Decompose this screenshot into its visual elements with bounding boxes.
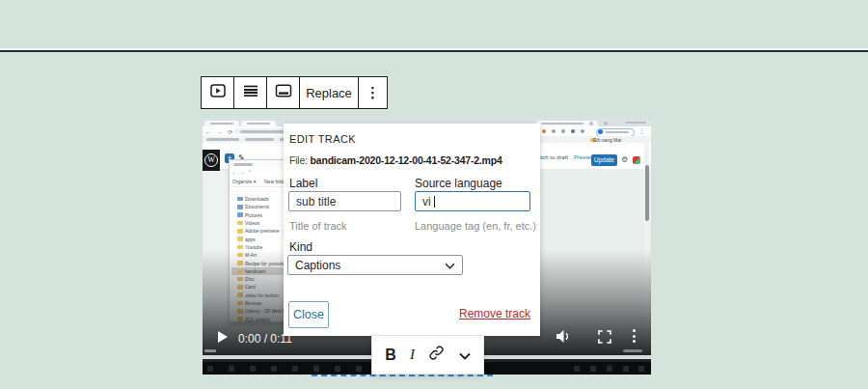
page: Replace ⋮ ← → ⟳ ⌂ ⋮ — [0, 0, 868, 389]
frame-file-dialog-nav-icons: ← → ⌃ — [231, 169, 253, 175]
edit-track-panel: EDIT TRACK File: bandicam-2020-12-12-00-… — [284, 124, 540, 336]
taskbar-icon — [250, 366, 256, 372]
taskbar-icon — [313, 366, 319, 372]
folder-name: Downloads — [245, 196, 269, 202]
top-divider — [0, 50, 868, 52]
volume-icon — [556, 330, 572, 347]
taskbar-icon — [356, 366, 362, 372]
block-options-button[interactable]: ⋮ — [359, 77, 387, 108]
file-name: bandicam-2020-12-12-00-41-52-347-2.mp4 — [311, 154, 502, 166]
player-caption-indicator — [623, 349, 642, 352]
kebab-icon: ⋮ — [366, 84, 380, 101]
folder-icon — [237, 205, 243, 209]
remove-track-link[interactable]: Remove track — [459, 307, 530, 320]
taskbar-icon — [271, 366, 277, 372]
frame-scrollbar-thumb — [645, 165, 649, 221]
block-toolbar: Replace ⋮ — [201, 76, 388, 109]
file-line: File: bandicam-2020-12-12-00-41-52-347-2… — [289, 154, 502, 166]
wordpress-logo: W — [203, 150, 220, 171]
taskbar-icon — [607, 366, 612, 372]
player-chapter-label — [204, 349, 216, 352]
taskbar-icon — [623, 366, 629, 372]
frame-new-tab-icon — [604, 122, 608, 125]
taskbar-icon — [292, 366, 298, 372]
folder-icon — [237, 221, 243, 226]
taskbar-icon — [229, 366, 234, 372]
italic-button[interactable]: I — [410, 347, 415, 363]
taskbar-icon — [207, 366, 213, 372]
kind-field-label: Kind — [289, 240, 312, 254]
link-button[interactable] — [428, 345, 445, 365]
folder-name: Documents — [245, 204, 269, 209]
kind-select[interactable]: Captions — [287, 255, 463, 275]
close-button[interactable]: Close — [288, 301, 329, 328]
link-icon — [428, 345, 445, 361]
taskbar-icon — [638, 366, 644, 372]
folder-name: apps — [245, 236, 256, 242]
bold-button[interactable]: B — [385, 347, 396, 364]
label-field-label: Label — [289, 177, 317, 190]
fullscreen-icon — [598, 330, 611, 347]
alignment-button[interactable] — [234, 77, 267, 108]
video-block-icon — [209, 82, 227, 103]
folder-icon — [237, 197, 243, 202]
taskbar-icon — [335, 366, 340, 372]
text-caret — [434, 196, 435, 208]
folder-name: Pictures — [245, 212, 262, 218]
replace-button[interactable]: Replace — [300, 77, 359, 108]
folder-icon — [237, 236, 243, 241]
caption-icon — [275, 83, 292, 102]
folder-name: Videos — [245, 220, 259, 226]
source-language-input[interactable] — [415, 191, 530, 211]
video-block-button[interactable] — [202, 77, 234, 108]
source-language-field-label: Source language — [415, 177, 502, 190]
label-input[interactable] — [288, 191, 401, 211]
taskbar-icon — [590, 366, 596, 372]
chevron-down-icon — [445, 259, 455, 272]
caption-selection-dashes — [312, 375, 493, 376]
folder-name: Adobe premiere — [245, 228, 280, 234]
frame-organize-label: Organize ▾ — [232, 179, 256, 184]
chevron-down-icon — [459, 352, 471, 360]
file-prefix: File: — [289, 154, 308, 166]
label-help-text: Title of track — [289, 220, 347, 232]
frame-gear-icon: ⚙ — [621, 155, 628, 164]
caption-button[interactable] — [267, 77, 300, 108]
frame-update-button: Update — [591, 154, 617, 166]
panel-title: EDIT TRACK — [289, 133, 356, 145]
source-language-help-text: Language tag (en, fr, etc.) — [415, 220, 536, 232]
frame-kebab-icon: ⋮ — [638, 127, 645, 135]
format-toolbar: B I — [371, 335, 484, 375]
folder-icon — [237, 229, 243, 234]
alignment-icon — [243, 83, 258, 102]
volume-button[interactable] — [556, 329, 572, 347]
kind-select-value: Captions — [295, 259, 340, 272]
player-options-button[interactable] — [633, 329, 636, 343]
frame-window-controls — [625, 122, 646, 124]
play-button[interactable] — [218, 331, 228, 343]
more-formats-button[interactable] — [459, 347, 471, 364]
folder-icon — [237, 212, 243, 217]
wordpress-logo-letter: W — [204, 153, 218, 167]
taskbar-icon — [574, 366, 580, 372]
fullscreen-button[interactable] — [598, 330, 611, 347]
frame-plugin-icon — [633, 156, 640, 164]
